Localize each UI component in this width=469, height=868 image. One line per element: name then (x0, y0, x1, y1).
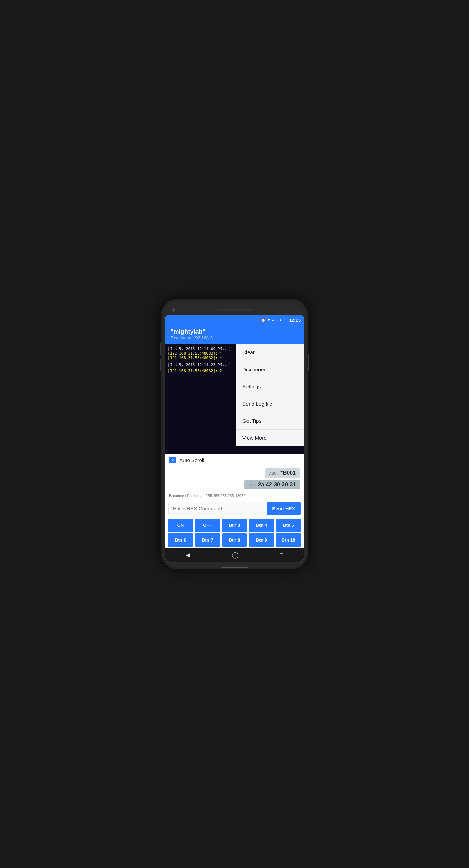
phone-frame: ⏰ ▼ 4G ▲ ▭ 12:15 "mightylab" Receive at … (161, 299, 308, 569)
btn-8[interactable]: Btn 8 (222, 533, 248, 547)
wifi-icon: ▼ (267, 318, 271, 322)
network-label: 4G (272, 318, 277, 322)
command-preview: ASCII: *B001 HEX: 2a-42-30-30-31 (165, 466, 304, 492)
phone-bottom (165, 562, 304, 572)
app-title: "mightylab" (170, 328, 299, 335)
hex-command-input[interactable] (168, 502, 264, 515)
btn-9[interactable]: Btn 9 (249, 533, 274, 547)
hex-label: HEX: (249, 483, 256, 487)
btn-10[interactable]: Btn 10 (276, 533, 301, 547)
hex-value: 2a-42-30-30-31 (258, 482, 296, 487)
phone-screen: ⏰ ▼ 4G ▲ ▭ 12:15 "mightylab" Receive at … (165, 315, 304, 562)
btn-off[interactable]: OFF (195, 519, 220, 532)
btn-5[interactable]: Btn 5 (276, 519, 301, 532)
status-time: 12:15 (289, 318, 301, 323)
menu-item-send-log[interactable]: Send Log file (236, 395, 304, 412)
btn-on[interactable]: ON (168, 519, 193, 532)
dropdown-menu: Clear Disconnect Settings Send Log file … (236, 344, 304, 446)
menu-item-disconnect[interactable]: Disconnect (236, 361, 304, 378)
broadcast-info: Broadcast Packets at 255.255.255.255:480… (165, 492, 304, 500)
app-bar: "mightylab" Receive at 192.168.3... (165, 325, 304, 344)
phone-top (165, 305, 304, 315)
send-hex-button[interactable]: Send HEX (267, 502, 301, 515)
auto-scroll-checkbox[interactable]: ✓ (169, 457, 176, 463)
volume-down-button (160, 359, 161, 371)
input-row: Send HEX (165, 500, 304, 517)
battery-icon: ▭ (284, 318, 287, 322)
ascii-value: *B001 (281, 470, 296, 476)
btn-6[interactable]: Btn 6 (168, 533, 193, 547)
status-bar: ⏰ ▼ 4G ▲ ▭ 12:15 (165, 315, 304, 325)
front-camera (172, 308, 175, 312)
status-icons: ⏰ ▼ 4G ▲ ▭ (261, 318, 287, 322)
btn-7[interactable]: Btn 7 (195, 533, 220, 547)
button-grid: ON OFF Btn 3 Btn 4 Btn 5 Btn 6 Btn 7 Btn… (165, 517, 304, 548)
hex-badge: HEX: 2a-42-30-30-31 (244, 480, 300, 489)
check-icon: ✓ (171, 458, 175, 463)
ascii-badge: ASCII: *B001 (265, 468, 300, 478)
broadcast-text: Broadcast Packets at 255.255.255.255:480… (169, 494, 245, 498)
menu-item-settings[interactable]: Settings (236, 378, 304, 395)
auto-scroll-label: Auto Scroll (179, 457, 204, 463)
menu-item-view-more[interactable]: View More (236, 430, 304, 446)
btn-3[interactable]: Btn 3 (222, 519, 248, 532)
volume-up-button (160, 343, 161, 355)
power-button (308, 354, 309, 371)
ascii-label: ASCII: (269, 472, 279, 475)
menu-item-get-tips[interactable]: Get Tips (236, 412, 304, 429)
home-bar (221, 567, 248, 568)
auto-scroll-row: ✓ Auto Scroll (165, 454, 304, 466)
home-icon[interactable]: ◯ (232, 551, 239, 559)
nav-bar: ◀ ◯ □ (165, 548, 304, 562)
menu-item-clear[interactable]: Clear (236, 344, 304, 361)
signal-icon: ▲ (279, 318, 282, 322)
recent-icon[interactable]: □ (280, 551, 283, 559)
alarm-icon: ⏰ (261, 318, 266, 322)
app-subtitle: Receive at 192.168.3... (170, 335, 299, 340)
btn-4[interactable]: Btn 4 (249, 519, 274, 532)
speaker (217, 309, 252, 311)
back-icon[interactable]: ◀ (186, 551, 190, 559)
